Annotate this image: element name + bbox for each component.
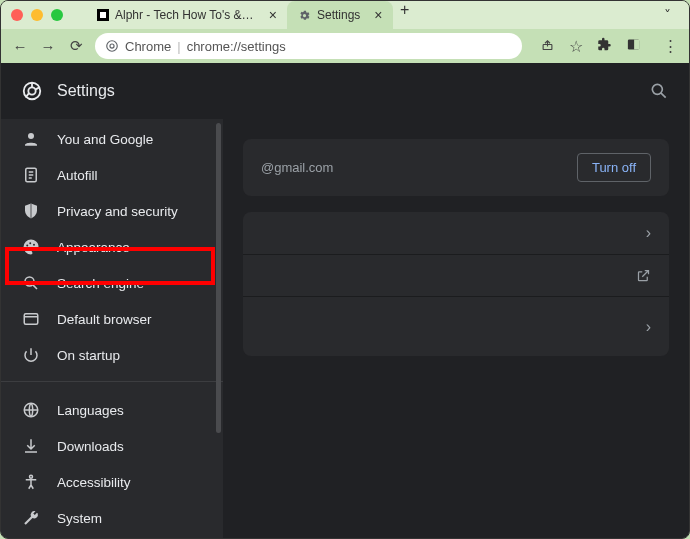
close-window-icon[interactable] xyxy=(11,9,23,21)
tab-settings[interactable]: Settings × xyxy=(287,1,393,29)
svg-rect-16 xyxy=(24,314,38,325)
omnibox-url: chrome://settings xyxy=(187,39,286,54)
sidebar-item-on-startup[interactable]: On startup xyxy=(1,337,223,373)
power-icon xyxy=(21,346,41,364)
sidebar-item-system[interactable]: System xyxy=(1,500,223,536)
minimize-window-icon[interactable] xyxy=(31,9,43,21)
chrome-logo-icon xyxy=(21,80,43,102)
sidebar-item-label: Search engine xyxy=(57,276,144,291)
tab-strip: Alphr - Tech How To's & Guides × Setting… xyxy=(87,1,417,29)
bookmark-icon[interactable]: ☆ xyxy=(569,37,583,56)
accessibility-icon xyxy=(21,473,41,491)
browser-icon xyxy=(21,310,41,328)
sidebar-item-label: System xyxy=(57,511,102,526)
person-icon xyxy=(21,130,41,148)
search-engine-icon xyxy=(21,274,41,292)
title-bar: Alphr - Tech How To's & Guides × Setting… xyxy=(1,1,689,29)
turn-off-button[interactable]: Turn off xyxy=(577,153,651,182)
main-panel: @gmail.com Turn off › › xyxy=(223,119,689,539)
sidebar-item-default-browser[interactable]: Default browser xyxy=(1,301,223,337)
sidebar-item-privacy-security[interactable]: Privacy and security xyxy=(1,193,223,229)
chrome-icon xyxy=(105,39,119,53)
svg-rect-1 xyxy=(100,12,106,18)
browser-menu-icon[interactable]: ⋮ xyxy=(661,37,679,55)
settings-page: Settings You and Google Autofill Privacy… xyxy=(1,63,689,539)
tabs-menu-icon[interactable]: ˅ xyxy=(664,7,679,23)
svg-rect-6 xyxy=(634,39,639,49)
close-tab-icon[interactable]: × xyxy=(269,7,277,23)
wrench-icon xyxy=(21,509,41,527)
sidebar-item-appearance[interactable]: Appearance xyxy=(1,229,223,265)
sidebar-item-label: Appearance xyxy=(57,240,130,255)
sync-card: @gmail.com Turn off xyxy=(243,139,669,196)
chevron-right-icon: › xyxy=(646,224,651,242)
page-title: Settings xyxy=(57,82,115,100)
toolbar: ← → ⟳ Chrome | chrome://settings ☆ ⋮ xyxy=(1,29,689,63)
new-tab-button[interactable]: + xyxy=(393,1,417,29)
palette-icon xyxy=(21,238,41,256)
side-panel-icon[interactable] xyxy=(626,37,641,56)
search-icon[interactable] xyxy=(649,81,669,101)
download-icon xyxy=(21,437,41,455)
sidebar-item-search-engine[interactable]: Search engine xyxy=(1,265,223,301)
sidebar-item-label: On startup xyxy=(57,348,120,363)
settings-row[interactable] xyxy=(243,254,669,296)
svg-point-14 xyxy=(33,244,35,246)
svg-point-15 xyxy=(25,277,34,286)
sync-email-snippet: @gmail.com xyxy=(261,160,333,175)
sidebar-item-label: Autofill xyxy=(57,168,98,183)
reload-button[interactable]: ⟳ xyxy=(67,37,85,55)
svg-point-13 xyxy=(29,242,31,244)
share-icon[interactable] xyxy=(540,37,555,56)
sidebar-item-label: Accessibility xyxy=(57,475,131,490)
sidebar-item-accessibility[interactable]: Accessibility xyxy=(1,464,223,500)
maximize-window-icon[interactable] xyxy=(51,9,63,21)
svg-point-10 xyxy=(28,133,34,139)
settings-favicon-icon xyxy=(297,8,311,22)
autofill-icon xyxy=(21,166,41,184)
sidebar-item-downloads[interactable]: Downloads xyxy=(1,428,223,464)
forward-button[interactable]: → xyxy=(39,38,57,55)
svg-point-12 xyxy=(26,245,28,247)
chevron-right-icon: › xyxy=(646,318,651,336)
sidebar-scrollbar[interactable] xyxy=(216,123,221,433)
window-controls xyxy=(11,9,63,21)
sidebar-item-languages[interactable]: Languages xyxy=(1,392,223,428)
globe-icon xyxy=(21,401,41,419)
svg-point-18 xyxy=(30,475,33,478)
svg-point-3 xyxy=(110,44,114,48)
svg-point-9 xyxy=(652,84,662,94)
sidebar-item-label: Privacy and security xyxy=(57,204,178,219)
external-link-icon xyxy=(636,268,651,283)
sidebar-item-you-and-google[interactable]: You and Google xyxy=(1,121,223,157)
extensions-icon[interactable] xyxy=(597,37,612,56)
omnibox-separator: | xyxy=(177,39,180,54)
back-button[interactable]: ← xyxy=(11,38,29,55)
sidebar-item-label: Languages xyxy=(57,403,124,418)
svg-point-2 xyxy=(107,41,118,52)
sidebar-item-label: Default browser xyxy=(57,312,152,327)
sidebar-item-label: You and Google xyxy=(57,132,153,147)
omnibox-scheme: Chrome xyxy=(125,39,171,54)
tab-title: Settings xyxy=(317,8,360,22)
address-bar[interactable]: Chrome | chrome://settings xyxy=(95,33,522,59)
settings-row[interactable]: › xyxy=(243,296,669,356)
sidebar-divider xyxy=(1,381,223,382)
sidebar-item-label: Downloads xyxy=(57,439,124,454)
tab-title: Alphr - Tech How To's & Guides xyxy=(115,8,255,22)
shield-icon xyxy=(21,202,41,220)
toolbar-actions: ☆ xyxy=(540,37,641,56)
page-header: Settings xyxy=(1,63,689,119)
sidebar: You and Google Autofill Privacy and secu… xyxy=(1,119,223,539)
sidebar-item-autofill[interactable]: Autofill xyxy=(1,157,223,193)
close-tab-icon[interactable]: × xyxy=(374,7,382,23)
page-title-group: Settings xyxy=(21,80,115,102)
alphr-favicon-icon xyxy=(97,8,109,22)
settings-row[interactable]: › xyxy=(243,212,669,254)
tab-alphr[interactable]: Alphr - Tech How To's & Guides × xyxy=(87,1,287,29)
